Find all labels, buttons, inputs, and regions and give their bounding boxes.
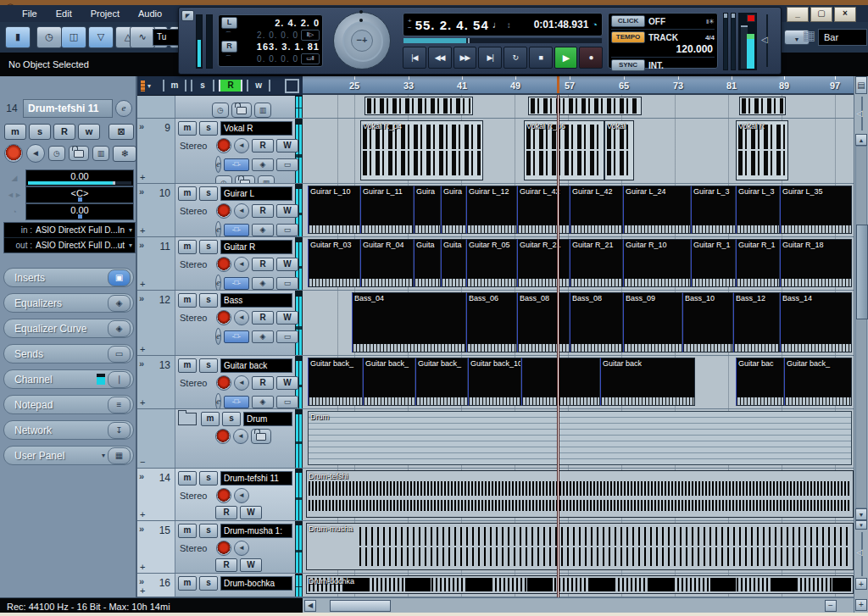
- record-enable-button[interactable]: [215, 429, 231, 444]
- solo-button[interactable]: s: [199, 121, 218, 136]
- sends-state-button[interactable]: ▭: [276, 396, 298, 408]
- track-size-toggle[interactable]: +: [140, 172, 145, 182]
- scrub-icon[interactable]: ↕: [507, 20, 511, 30]
- audio-clip[interactable]: [739, 97, 786, 115]
- read-button[interactable]: R: [252, 204, 274, 218]
- stop-button[interactable]: ■: [529, 47, 553, 69]
- audio-clip-bass-10[interactable]: Bass_10: [682, 292, 733, 352]
- inserts-state-button[interactable]: -□-: [224, 224, 249, 236]
- horizontal-scrollbar[interactable]: ◀ −: [303, 597, 854, 613]
- track-name-field[interactable]: Drum-tefshi 11: [23, 99, 113, 118]
- edit-channel-button[interactable]: e: [215, 221, 221, 237]
- read-button[interactable]: R: [252, 376, 274, 390]
- mute-button[interactable]: m: [178, 358, 197, 373]
- inspector-tab-network[interactable]: Network↧: [3, 420, 134, 440]
- inspector-tab-notepad[interactable]: Notepad≡: [3, 395, 134, 414]
- audio-clip-vokal-r-06[interactable]: Vokal R_06: [524, 120, 604, 180]
- global-s-button[interactable]: s: [191, 80, 214, 92]
- monitor-button[interactable]: ◄: [234, 310, 249, 325]
- record-enable-button[interactable]: [216, 138, 231, 153]
- right-locator-value[interactable]: 163. 3. 1. 81: [240, 42, 320, 52]
- input-routing-row[interactable]: in : ASIO DirectX Full D...In ▾: [4, 223, 135, 238]
- audio-clip-guitar-r-03[interactable]: Guitar R_03: [308, 239, 360, 287]
- sync-value[interactable]: INT.: [648, 61, 664, 70]
- inspector-m-button[interactable]: m: [4, 124, 26, 140]
- audio-clip-guirar-l-24[interactable]: Guirar L_24: [623, 186, 691, 234]
- song-position-value[interactable]: 55. 2. 4. 54: [415, 18, 489, 32]
- track-row-drum[interactable]: −msDrum◄: [137, 409, 303, 469]
- audio-clip-vokal-r-04[interactable]: Vokal R_04: [360, 120, 483, 180]
- track-expand-icon[interactable]: »: [139, 186, 142, 197]
- menu-edit[interactable]: Edit: [56, 8, 72, 19]
- record-button[interactable]: ●: [579, 47, 603, 69]
- lanes-button[interactable]: ▥: [254, 103, 272, 118]
- position-slider[interactable]: [403, 37, 603, 44]
- track-row-10[interactable]: »10+msGuirar LStereo◄RWe-□-◈▭: [137, 184, 303, 237]
- monitor-button[interactable]: ◄: [234, 138, 249, 153]
- track-name-field[interactable]: Drum-bochka: [220, 576, 292, 591]
- delay-control[interactable]: 0.00: [25, 203, 134, 220]
- audio-clip-guitar-r-10[interactable]: Guitar R_10: [623, 239, 691, 287]
- timeline-ruler[interactable]: 25334149576573818997: [303, 76, 854, 95]
- lock-button[interactable]: [235, 175, 255, 184]
- track-list-menu-icon[interactable]: [141, 80, 145, 92]
- audio-clip-guirar-l-3[interactable]: Guirar L_3: [691, 186, 736, 234]
- zoom-thumb[interactable]: ◁: [856, 108, 863, 118]
- track-expand-icon[interactable]: »: [139, 121, 142, 131]
- horizontal-scroll-thumb[interactable]: [330, 600, 391, 612]
- global-m-button[interactable]: m: [163, 80, 186, 92]
- timecode-value[interactable]: 0:01:48.931: [534, 19, 589, 31]
- audio-clip-bass-04[interactable]: Bass_04: [352, 292, 466, 352]
- hzoom-in-button[interactable]: +: [855, 599, 867, 611]
- menu-file[interactable]: File: [22, 8, 37, 19]
- inspector-r-button[interactable]: R: [53, 124, 75, 140]
- track-name-field[interactable]: Drum-musha 1:: [220, 524, 292, 538]
- track-row-12[interactable]: »12+msBassStereo◄RWe-□-◈▭: [137, 291, 303, 356]
- audio-clip-guitar-r-05[interactable]: Guitar R_05: [466, 239, 517, 287]
- inspector-tab-equalizers[interactable]: Equalizers◈: [3, 293, 134, 313]
- cycle-button[interactable]: ↻: [504, 47, 527, 69]
- monitor-button[interactable]: ◄: [234, 541, 249, 556]
- audio-clip-vokal[interactable]: Vokal: [604, 120, 634, 180]
- audio-clip-guitar-r-04[interactable]: Guitar R_04: [360, 239, 414, 287]
- write-button[interactable]: W: [240, 558, 262, 572]
- track-expand-icon[interactable]: »: [139, 524, 142, 534]
- inspector-toggle-button[interactable]: ▮: [5, 26, 31, 48]
- audio-clip-drum[interactable]: Drum: [308, 411, 852, 465]
- record-enable-button[interactable]: [216, 375, 231, 391]
- track-size-toggle[interactable]: +: [140, 279, 145, 289]
- monitor-button[interactable]: ◄: [234, 203, 249, 219]
- read-button[interactable]: R: [252, 311, 274, 325]
- timebase-button[interactable]: ◷: [48, 146, 65, 161]
- audio-clip-guitar-r-1[interactable]: Guitar R_1: [736, 239, 780, 287]
- lock-button[interactable]: [251, 429, 271, 444]
- audio-clip-guitar-r-21[interactable]: Guitar R_21: [517, 239, 570, 287]
- sends-state-button[interactable]: ▭: [276, 277, 298, 290]
- solo-button[interactable]: s: [199, 293, 218, 308]
- inserts-state-button[interactable]: -□-: [224, 330, 249, 343]
- click-pattern-icon[interactable]: ‖✳: [706, 18, 715, 25]
- track-size-toggle[interactable]: +: [140, 397, 145, 408]
- left-locator-value[interactable]: 2. 4. 2. 0: [240, 18, 320, 28]
- track-row-11[interactable]: »11+msGuitar RStereo◄RWe-□-◈▭: [137, 237, 303, 291]
- mute-button[interactable]: m: [178, 576, 197, 591]
- tempo-mode-value[interactable]: TRACK: [648, 33, 678, 42]
- track-name-field[interactable]: Guitar back: [220, 358, 292, 373]
- track-row[interactable]: ◷▥: [137, 95, 303, 119]
- track-expand-icon[interactable]: »: [139, 471, 142, 481]
- punch-out-button[interactable]: ▭‖: [301, 53, 320, 64]
- audio-clip-guitar-back[interactable]: Guitar back: [600, 358, 695, 406]
- eq-state-button[interactable]: ◈: [252, 277, 274, 290]
- track-size-toggle[interactable]: +: [140, 225, 145, 236]
- edit-channel-button[interactable]: e: [215, 328, 221, 345]
- inspector-tab-inserts[interactable]: Inserts▣: [3, 268, 134, 287]
- lanes-button[interactable]: ▥: [258, 175, 275, 184]
- write-button[interactable]: W: [240, 506, 262, 519]
- right-locator-button[interactable]: R: [221, 41, 237, 53]
- audio-clip-vokal-r[interactable]: Vokal R: [736, 120, 788, 180]
- menu-audio[interactable]: Audio: [138, 8, 162, 19]
- mute-button[interactable]: m: [178, 186, 197, 201]
- audio-clip[interactable]: [528, 97, 642, 115]
- mute-button[interactable]: m: [178, 524, 197, 538]
- audio-clip-guirar-l-3[interactable]: Guirar L_3: [736, 186, 780, 234]
